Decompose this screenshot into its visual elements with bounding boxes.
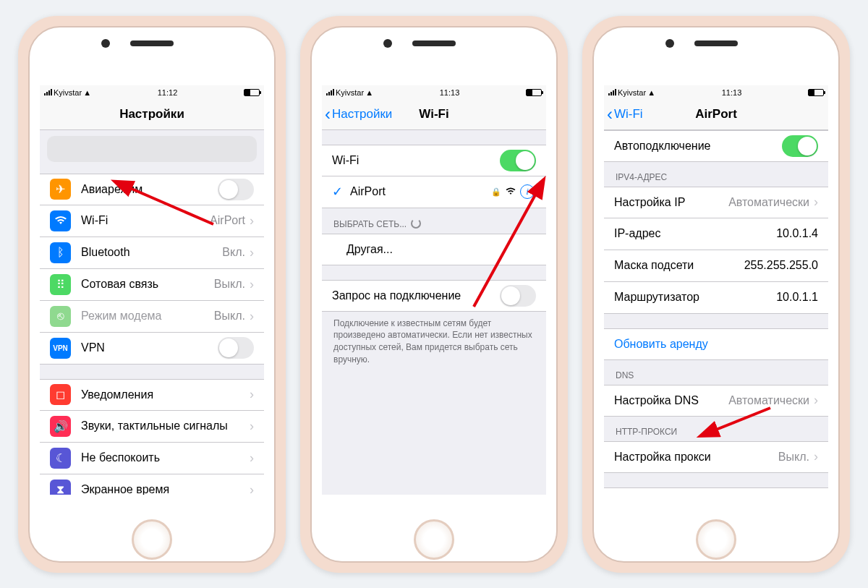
carrier-label: Kyivstar: [618, 88, 646, 97]
row-value: Автоматически: [728, 394, 809, 407]
row-value: Вкл.: [222, 246, 245, 259]
nav-bar: Настройки: [40, 100, 264, 130]
ask-toggle[interactable]: [500, 285, 536, 307]
phone-2: Kyivstar▲ 11:13 ‹Настройки Wi-Fi Wi-Fi ✓…: [300, 16, 568, 573]
chevron-right-icon: ›: [250, 419, 254, 434]
row-sounds[interactable]: 🔊Звуки, тактильные сигналы›: [40, 411, 264, 443]
row-label: Маршрутизатор: [614, 291, 776, 304]
row-label: Настройка DNS: [614, 394, 728, 407]
row-label: Автоподключение: [614, 140, 782, 153]
wifi-status-icon: ▲: [647, 88, 655, 97]
front-camera: [101, 39, 110, 48]
row-label: Звуки, тактильные сигналы: [81, 419, 250, 433]
nav-bar: ‹Wi-Fi AirPort: [604, 100, 828, 130]
row-value: 10.0.1.4: [776, 227, 818, 240]
signal-icon: [44, 89, 52, 95]
vpn-toggle[interactable]: [218, 337, 254, 359]
row-label: Экранное время: [81, 483, 250, 495]
row-label: Авиарежим: [81, 183, 218, 196]
row-label: Wi-Fi: [81, 214, 210, 227]
status-bar: Kyivstar▲ 11:12: [40, 85, 264, 100]
page-title: Настройки: [40, 107, 264, 122]
row-label: IP-адрес: [614, 227, 776, 240]
signal-icon: [326, 89, 334, 95]
row-autojoin[interactable]: Автоподключение: [604, 130, 828, 162]
battery-icon: [244, 89, 260, 96]
status-time: 11:13: [440, 88, 460, 97]
ipv4-header: IPV4-АДРЕС: [604, 162, 828, 187]
bluetooth-icon: ᛒ: [50, 242, 71, 263]
vpn-icon: VPN: [50, 338, 71, 359]
wifi-icon: [50, 210, 71, 231]
row-cellular[interactable]: ⠿Сотовая связьВыкл.›: [40, 269, 264, 301]
home-button[interactable]: [414, 519, 454, 560]
row-bluetooth[interactable]: ᛒBluetoothВкл.›: [40, 237, 264, 269]
front-camera: [383, 39, 392, 48]
status-time: 11:12: [158, 88, 178, 97]
row-dnd[interactable]: ☾Не беспокоить›: [40, 443, 264, 474]
chevron-right-icon: ›: [250, 277, 254, 292]
carrier-label: Kyivstar: [336, 88, 364, 97]
home-button[interactable]: [132, 519, 172, 560]
row-label: Wi-Fi: [332, 154, 500, 167]
row-label: Режим модема: [81, 310, 214, 323]
row-hotspot[interactable]: ⎋Режим модемаВыкл.›: [40, 301, 264, 333]
battery-icon: [526, 89, 542, 96]
moon-icon: ☾: [50, 448, 71, 469]
row-label: Не беспокоить: [81, 451, 250, 464]
proxy-header: HTTP-ПРОКСИ: [604, 417, 828, 441]
wifi-toggle[interactable]: [500, 150, 536, 171]
search-placeholder[interactable]: [47, 136, 257, 162]
airplane-icon: ✈: [50, 179, 71, 200]
back-label: Wi-Fi: [614, 107, 643, 122]
row-ip-config[interactable]: Настройка IPАвтоматически›: [604, 187, 828, 218]
row-label: Запрос на подключение: [332, 289, 500, 302]
chevron-right-icon: ›: [814, 195, 818, 210]
choose-network-header: ВЫБРАТЬ СЕТЬ...: [322, 208, 546, 234]
row-wifi-toggle[interactable]: Wi-Fi: [322, 145, 546, 176]
signal-icon: [608, 89, 616, 95]
battery-icon: [808, 89, 824, 96]
status-bar: Kyivstar▲ 11:13: [322, 85, 546, 100]
row-manage-network[interactable]: Управлять этой сетью: [604, 487, 828, 495]
speaker-slot: [130, 41, 174, 46]
nav-bar: ‹Настройки Wi-Fi: [322, 100, 546, 130]
screen-wifi: Kyivstar▲ 11:13 ‹Настройки Wi-Fi Wi-Fi ✓…: [322, 85, 546, 495]
row-wifi[interactable]: Wi-FiAirPort›: [40, 205, 264, 237]
back-button[interactable]: ‹Wi-Fi: [604, 106, 643, 123]
row-label: Настройка IP: [614, 196, 728, 209]
row-ip-address: IP-адрес10.0.1.4: [604, 218, 828, 250]
footer-note: Подключение к известным сетям будет прои…: [322, 312, 546, 376]
row-notifications[interactable]: ◻Уведомления›: [40, 379, 264, 411]
chevron-right-icon: ›: [250, 213, 254, 229]
row-screentime[interactable]: ⧗Экранное время›: [40, 474, 264, 495]
info-icon[interactable]: i: [520, 184, 535, 199]
phone-1: Kyivstar▲ 11:12 Настройки ✈Авиарежим Wi-…: [18, 16, 286, 573]
row-label: Сотовая связь: [81, 278, 214, 291]
airplane-toggle[interactable]: [218, 179, 254, 200]
row-other-network[interactable]: Другая...: [322, 234, 546, 265]
row-subnet-mask: Маска подсети255.255.255.0: [604, 250, 828, 282]
screen-airport: Kyivstar▲ 11:13 ‹Wi-Fi AirPort Автоподкл…: [604, 85, 828, 495]
row-renew-lease[interactable]: Обновить аренду: [604, 328, 828, 360]
row-proxy-config[interactable]: Настройка проксиВыкл.›: [604, 441, 828, 473]
row-dns-config[interactable]: Настройка DNSАвтоматически›: [604, 385, 828, 417]
phone-3: Kyivstar▲ 11:13 ‹Wi-Fi AirPort Автоподкл…: [582, 16, 850, 573]
row-airplane[interactable]: ✈Авиарежим: [40, 174, 264, 205]
row-connected-network[interactable]: ✓AirPort🔒i: [322, 176, 546, 208]
chevron-right-icon: ›: [250, 387, 254, 402]
chevron-right-icon: ›: [814, 393, 818, 408]
row-label: Настройка прокси: [614, 451, 778, 464]
row-router: Маршрутизатор10.0.1.1: [604, 282, 828, 314]
autojoin-toggle[interactable]: [782, 135, 818, 157]
row-label: Обновить аренду: [614, 338, 818, 351]
row-label: VPN: [81, 341, 218, 354]
home-button[interactable]: [696, 519, 736, 560]
row-label: Bluetooth: [81, 246, 222, 259]
row-vpn[interactable]: VPNVPN: [40, 333, 264, 365]
row-label: Уведомления: [81, 388, 250, 401]
spinner-icon: [411, 218, 421, 229]
back-button[interactable]: ‹Настройки: [322, 106, 392, 123]
carrier-label: Kyivstar: [54, 88, 82, 97]
row-ask-to-join[interactable]: Запрос на подключение: [322, 280, 546, 312]
